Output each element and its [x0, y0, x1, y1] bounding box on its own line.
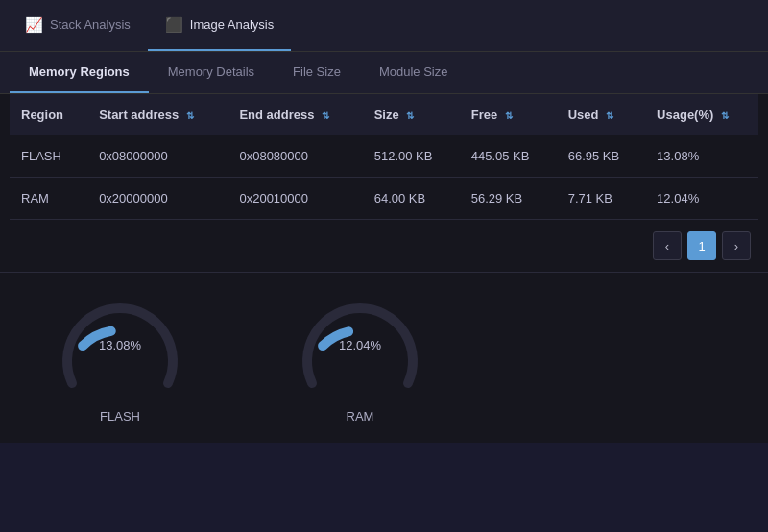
col-used[interactable]: Used ⇅ — [557, 94, 645, 135]
prev-page-button[interactable]: ‹ — [653, 231, 682, 260]
stack-analysis-icon: 📈 — [25, 16, 43, 34]
cell-start_address: 0x20000000 — [87, 178, 228, 220]
next-page-button[interactable]: › — [722, 231, 751, 260]
col-end-address-label: End address — [239, 108, 314, 122]
gauge-flash: 13.08% FLASH — [58, 292, 182, 423]
sub-tab-module-size-label: Module Size — [379, 64, 448, 79]
col-free-label: Free — [471, 108, 497, 122]
gauge-flash-label: 13.08% — [99, 338, 141, 352]
col-free[interactable]: Free ⇅ — [460, 94, 557, 135]
gauge-ram-svg-wrap: 12.04% — [298, 292, 422, 398]
gauge-ram-name: RAM — [347, 409, 374, 423]
col-end-address[interactable]: End address ⇅ — [228, 94, 362, 135]
sub-tab-memory-regions[interactable]: Memory Regions — [10, 52, 149, 93]
cell-used: 7.71 KB — [557, 178, 645, 220]
cell-free: 56.29 KB — [460, 178, 557, 220]
gauges-area: 13.08% FLASH 12.04% RAM — [0, 272, 768, 443]
sort-size-icon: ⇅ — [406, 110, 414, 121]
sort-start-address-icon: ⇅ — [186, 110, 194, 121]
sub-tab-bar: Memory Regions Memory Details File Size … — [0, 52, 768, 94]
tab-stack-analysis-label: Stack Analysis — [50, 17, 131, 32]
col-usage-pct[interactable]: Usage(%) ⇅ — [645, 94, 758, 135]
cell-end_address: 0x08080000 — [228, 135, 362, 178]
col-size[interactable]: Size ⇅ — [363, 94, 460, 135]
tab-image-analysis-label: Image Analysis — [190, 17, 274, 32]
sort-usage-icon: ⇅ — [721, 110, 729, 121]
cell-usage_pct: 13.08% — [645, 135, 758, 178]
sort-end-address-icon: ⇅ — [322, 110, 329, 121]
sort-used-icon: ⇅ — [606, 110, 613, 121]
table-header-row: Region Start address ⇅ End address ⇅ Siz… — [10, 94, 758, 135]
pagination: ‹ 1 › — [0, 220, 768, 272]
memory-table: Region Start address ⇅ End address ⇅ Siz… — [10, 94, 758, 220]
sub-tab-file-size-label: File Size — [293, 64, 341, 79]
gauge-flash-name: FLASH — [100, 409, 140, 423]
col-region: Region — [10, 94, 87, 135]
col-size-label: Size — [374, 108, 399, 122]
table-row: FLASH0x080000000x08080000512.00 KB445.05… — [10, 135, 758, 178]
table-body: FLASH0x080000000x08080000512.00 KB445.05… — [10, 135, 758, 220]
col-usage-pct-label: Usage(%) — [657, 108, 713, 122]
sub-tab-memory-regions-label: Memory Regions — [29, 64, 130, 79]
col-used-label: Used — [568, 108, 599, 122]
cell-start_address: 0x08000000 — [87, 135, 228, 178]
cell-region: RAM — [10, 178, 87, 220]
page-1-button[interactable]: 1 — [687, 231, 716, 260]
cell-used: 66.95 KB — [557, 135, 645, 178]
sub-tab-memory-details[interactable]: Memory Details — [149, 52, 274, 93]
gauge-flash-svg-wrap: 13.08% — [58, 292, 182, 398]
gauge-ram-label: 12.04% — [339, 338, 381, 352]
col-start-address[interactable]: Start address ⇅ — [87, 94, 228, 135]
top-tab-bar: 📈 Stack Analysis ⬛ Image Analysis — [0, 0, 768, 52]
col-region-label: Region — [21, 108, 63, 122]
cell-size: 64.00 KB — [363, 178, 460, 220]
main-content: Region Start address ⇅ End address ⇅ Siz… — [0, 94, 768, 443]
table-wrapper: Region Start address ⇅ End address ⇅ Siz… — [0, 94, 768, 220]
cell-region: FLASH — [10, 135, 87, 178]
cell-usage_pct: 12.04% — [645, 178, 758, 220]
sort-free-icon: ⇅ — [505, 110, 513, 121]
tab-image-analysis[interactable]: ⬛ Image Analysis — [148, 0, 291, 51]
cell-free: 445.05 KB — [460, 135, 557, 178]
col-start-address-label: Start address — [99, 108, 179, 122]
sub-tab-module-size[interactable]: Module Size — [360, 52, 468, 93]
sub-tab-file-size[interactable]: File Size — [274, 52, 360, 93]
table-row: RAM0x200000000x2001000064.00 KB56.29 KB7… — [10, 178, 758, 220]
tab-stack-analysis[interactable]: 📈 Stack Analysis — [8, 0, 148, 51]
sub-tab-memory-details-label: Memory Details — [168, 64, 254, 79]
cell-end_address: 0x20010000 — [228, 178, 362, 220]
cell-size: 512.00 KB — [363, 135, 460, 178]
image-analysis-icon: ⬛ — [165, 16, 183, 34]
gauge-ram: 12.04% RAM — [298, 292, 422, 423]
